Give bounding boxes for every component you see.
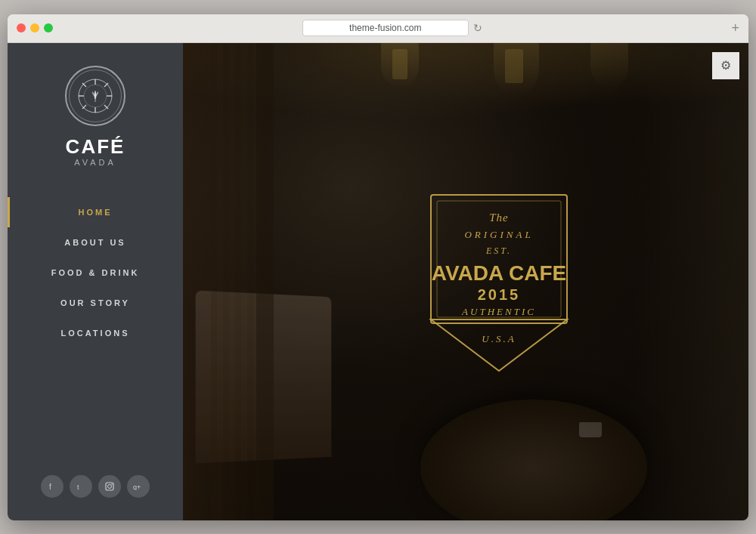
traffic-lights <box>17 23 53 32</box>
browser-chrome: theme-fusion.com ↻ + <box>8 14 748 43</box>
logo-emblem <box>76 77 114 115</box>
svg-point-15 <box>111 483 113 485</box>
sidebar-item-about[interactable]: ABOUT US <box>8 227 183 258</box>
main-content: The ORIGINAL EST. AVADA CAFE 2015 AUTHEN… <box>183 43 748 520</box>
nav-label-locations: LOCATIONS <box>61 329 130 338</box>
instagram-icon[interactable] <box>98 475 121 498</box>
svg-text:2015: 2015 <box>478 286 521 303</box>
google-plus-icon[interactable]: g+ <box>127 475 150 498</box>
brand-badge: The ORIGINAL EST. AVADA CAFE 2015 AUTHEN… <box>416 184 582 380</box>
sidebar-item-home[interactable]: HOME <box>8 197 183 227</box>
nav-label-our-story: OUR STORY <box>60 298 130 307</box>
svg-text:ORIGINAL: ORIGINAL <box>464 229 533 240</box>
nav-label-about: ABOUT US <box>64 238 125 247</box>
refresh-icon[interactable]: ↻ <box>473 22 482 34</box>
facebook-icon[interactable]: f <box>41 475 64 498</box>
cafe-table <box>420 400 647 520</box>
svg-text:AUTHENTIC: AUTHENTIC <box>461 306 536 317</box>
gear-icon: ⚙ <box>720 58 731 73</box>
nav-menu: HOME ABOUT US FOOD & DRINK OUR STORY LOC… <box>8 197 183 460</box>
nav-label-food-drink: FOOD & DRINK <box>51 268 140 277</box>
badge-svg: The ORIGINAL EST. AVADA CAFE 2015 AUTHEN… <box>416 184 582 380</box>
sidebar-item-food-drink[interactable]: FOOD & DRINK <box>8 258 183 288</box>
address-bar: theme-fusion.com ↻ <box>89 20 695 36</box>
cafe-subtitle: AVADA <box>74 158 116 167</box>
social-icons: f t g+ <box>41 460 150 498</box>
window-right <box>635 43 748 520</box>
svg-text:The: The <box>489 211 509 224</box>
cafe-name: CAFÉ <box>66 137 125 156</box>
minimize-button[interactable] <box>30 23 39 32</box>
svg-text:t: t <box>77 483 79 491</box>
nav-label-home: HOME <box>79 208 113 217</box>
logo-circle <box>65 66 125 126</box>
settings-button[interactable]: ⚙ <box>712 52 739 79</box>
browser-window: theme-fusion.com ↻ + <box>8 14 748 520</box>
svg-text:EST.: EST. <box>485 245 512 256</box>
close-button[interactable] <box>17 23 26 32</box>
svg-text:AVADA CAFE: AVADA CAFE <box>432 261 566 285</box>
logo-section: CAFÉ AVADA <box>65 43 125 182</box>
logo-inner <box>69 69 122 122</box>
sidebar: CAFÉ AVADA HOME ABOUT US FOOD & DRINK OU… <box>8 43 183 520</box>
maximize-button[interactable] <box>44 23 53 32</box>
sidebar-item-locations[interactable]: LOCATIONS <box>8 318 183 348</box>
sidebar-item-our-story[interactable]: OUR STORY <box>8 288 183 318</box>
svg-text:g+: g+ <box>133 483 141 490</box>
svg-point-14 <box>108 484 112 488</box>
twitter-icon[interactable]: t <box>70 475 92 498</box>
browser-content: CAFÉ AVADA HOME ABOUT US FOOD & DRINK OU… <box>8 43 748 520</box>
svg-text:f: f <box>49 483 51 491</box>
url-input[interactable]: theme-fusion.com <box>302 20 469 36</box>
new-tab-button[interactable]: + <box>731 21 739 35</box>
svg-text:U.S.A: U.S.A <box>482 333 516 344</box>
